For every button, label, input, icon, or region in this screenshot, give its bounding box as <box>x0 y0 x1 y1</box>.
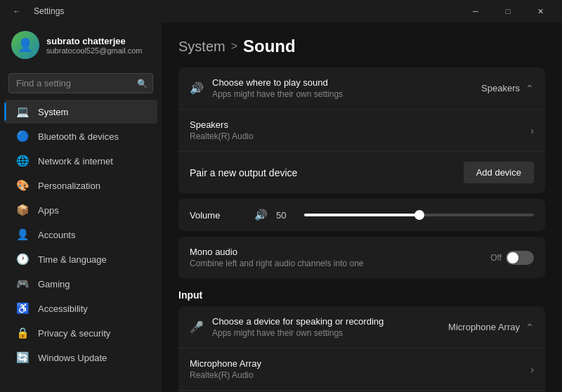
speakers-row[interactable]: Speakers Realtek(R) Audio › <box>178 109 545 151</box>
avatar: 👤 <box>11 31 39 59</box>
breadcrumb-current: Sound <box>243 37 296 56</box>
sidebar-item-accounts[interactable]: 👤 Accounts <box>4 223 157 247</box>
input-section-title: Input <box>178 289 545 301</box>
sidebar-item-update[interactable]: 🔄 Windows Update <box>4 346 157 370</box>
sidebar-item-apps[interactable]: 📦 Apps <box>4 198 157 222</box>
choose-input-value: Microphone Array <box>448 322 520 332</box>
mic-array-row[interactable]: Microphone Array Realtek(R) Audio › <box>178 348 545 390</box>
output-volume-label: Volume <box>190 210 246 221</box>
sidebar-item-label-accounts: Accounts <box>38 230 75 240</box>
sidebar-item-time[interactable]: 🕐 Time & language <box>4 247 157 271</box>
app-body: 👤 subrato chatterjee subratocool525@gmai… <box>0 22 562 392</box>
mono-toggle-label: Off <box>490 253 502 263</box>
sidebar-item-label-system: System <box>38 107 68 117</box>
content-area: System > Sound 🔊 Choose where to play so… <box>162 22 562 392</box>
chevron-right-icon: › <box>530 125 534 136</box>
sidebar-item-label-update: Windows Update <box>38 353 107 363</box>
time-icon: 🕐 <box>15 253 30 266</box>
speakers-title: Speakers <box>190 119 530 130</box>
breadcrumb: System > Sound <box>178 37 545 56</box>
choose-output-title: Choose where to play sound <box>212 77 481 88</box>
gaming-icon: 🎮 <box>15 277 30 290</box>
pair-output-row[interactable]: Pair a new output device Add device <box>178 151 545 193</box>
sidebar-item-accessibility[interactable]: ♿ Accessibility <box>4 296 157 320</box>
choose-input-sub: Apps might have their own settings <box>212 328 448 338</box>
output-volume-card: Volume 🔊 50 <box>178 199 545 231</box>
chevron-up-icon: ⌃ <box>525 83 534 94</box>
mono-audio-card: Mono audio Combine left and right audio … <box>178 237 545 278</box>
minimize-button[interactable]: ─ <box>459 0 492 22</box>
search-input[interactable] <box>8 73 153 93</box>
accessibility-icon: ♿ <box>15 302 30 315</box>
personalization-icon: 🎨 <box>15 179 30 192</box>
breadcrumb-separator: > <box>231 40 237 53</box>
user-name: subrato chatterjee <box>46 36 143 46</box>
choose-input-row[interactable]: 🎤 Choose a device for speaking or record… <box>178 306 545 348</box>
bluetooth-icon: 🔵 <box>15 130 30 143</box>
sidebar: 👤 subrato chatterjee subratocool525@gmai… <box>0 22 162 392</box>
user-profile[interactable]: 👤 subrato chatterjee subratocool525@gmai… <box>0 22 162 67</box>
choose-output-row[interactable]: 🔊 Choose where to play sound Apps might … <box>178 67 545 109</box>
sidebar-item-label-apps: Apps <box>38 205 59 216</box>
nav-list: 💻 System 🔵 Bluetooth & devices 🌐 Network… <box>0 99 162 370</box>
output-volume-icon: 🔊 <box>254 209 268 221</box>
sidebar-item-label-privacy: Privacy & security <box>38 328 110 339</box>
output-card: 🔊 Choose where to play sound Apps might … <box>178 67 545 193</box>
sidebar-item-label-bluetooth: Bluetooth & devices <box>38 131 119 142</box>
mono-toggle[interactable] <box>506 251 534 265</box>
mono-sub: Combine left and right audio channels in… <box>190 259 490 268</box>
privacy-icon: 🔒 <box>15 327 30 339</box>
breadcrumb-parent[interactable]: System <box>178 39 226 55</box>
choose-input-title: Choose a device for speaking or recordin… <box>212 316 448 327</box>
back-button[interactable]: ← <box>6 0 28 22</box>
input-card: 🎤 Choose a device for speaking or record… <box>178 306 545 392</box>
sidebar-item-personalization[interactable]: 🎨 Personalization <box>4 174 157 197</box>
sidebar-item-bluetooth[interactable]: 🔵 Bluetooth & devices <box>4 124 157 148</box>
titlebar-left: ← Settings <box>6 0 64 22</box>
output-volume-slider[interactable] <box>304 214 534 216</box>
apps-icon: 📦 <box>15 204 30 216</box>
accounts-icon: 👤 <box>15 228 30 241</box>
microphone-icon: 🎤 <box>190 320 204 334</box>
sidebar-item-network[interactable]: 🌐 Network & internet <box>4 149 157 173</box>
choose-output-value: Speakers <box>481 83 520 93</box>
add-output-device-button[interactable]: Add device <box>464 162 534 183</box>
mic-chevron-right-icon: › <box>530 364 534 375</box>
choose-output-sub: Apps might have their own settings <box>212 89 481 99</box>
search-icon: 🔍 <box>137 79 148 89</box>
sidebar-item-label-accessibility: Accessibility <box>38 303 88 314</box>
sidebar-item-label-gaming: Gaming <box>38 279 70 289</box>
user-email: subratocool525@gmail.com <box>46 46 143 55</box>
sidebar-item-label-personalization: Personalization <box>38 181 100 191</box>
maximize-button[interactable]: □ <box>492 0 524 22</box>
mic-title: Microphone Array <box>190 358 530 369</box>
speaker-icon: 🔊 <box>190 81 204 95</box>
sidebar-item-gaming[interactable]: 🎮 Gaming <box>4 272 157 296</box>
titlebar: ← Settings ─ □ ✕ <box>0 0 562 22</box>
input-chevron-up-icon: ⌃ <box>525 322 534 333</box>
titlebar-title: Settings <box>34 6 64 16</box>
sidebar-item-system[interactable]: 💻 System <box>4 100 157 124</box>
titlebar-controls: ─ □ ✕ <box>459 0 556 22</box>
close-button[interactable]: ✕ <box>524 0 556 22</box>
sidebar-item-label-network: Network & internet <box>38 156 113 166</box>
output-volume-value: 50 <box>276 210 296 221</box>
search-box: 🔍 <box>8 73 153 93</box>
mic-sub: Realtek(R) Audio <box>190 370 530 380</box>
pair-output-label: Pair a new output device <box>190 167 297 178</box>
update-icon: 🔄 <box>15 351 30 364</box>
mono-title: Mono audio <box>190 247 490 257</box>
system-icon: 💻 <box>15 105 30 118</box>
sidebar-item-privacy[interactable]: 🔒 Privacy & security <box>4 321 157 345</box>
sidebar-item-label-time: Time & language <box>38 254 107 265</box>
speakers-sub: Realtek(R) Audio <box>190 131 530 141</box>
toggle-knob <box>507 252 518 263</box>
network-icon: 🌐 <box>15 155 30 167</box>
